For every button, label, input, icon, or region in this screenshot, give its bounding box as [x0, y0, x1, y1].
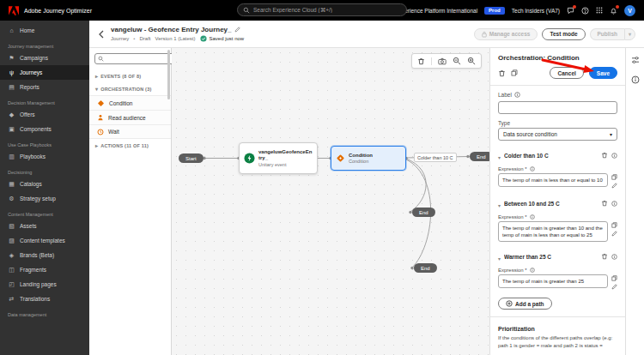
help-icon[interactable]	[581, 7, 589, 15]
sidebar-section-decisioning: Decisioning	[0, 164, 89, 177]
delete-path-icon[interactable]	[601, 152, 608, 159]
edit-expression-icon[interactable]	[611, 284, 617, 290]
save-button[interactable]: Save	[589, 67, 617, 79]
palette-search-field[interactable]	[106, 57, 173, 62]
alerts-rail-icon[interactable]	[631, 75, 640, 84]
sidebar-section-use-case-playbooks: Use Case Playbooks	[0, 136, 89, 149]
copy-expression-icon[interactable]	[611, 275, 617, 281]
add-path-button[interactable]: Add a path	[498, 298, 552, 310]
properties-rail-icon[interactable]	[631, 56, 640, 64]
end-node-1: End	[470, 152, 489, 161]
wait-icon	[97, 129, 104, 135]
announcements-icon[interactable]	[567, 7, 574, 15]
translations-icon	[8, 296, 15, 303]
path-section-1: Colder than 10 C Expression * The temp o…	[498, 147, 617, 189]
sidebar-item-assets[interactable]: Assets	[0, 219, 89, 233]
sidebar-item-journeys[interactable]: Journeys	[0, 65, 89, 80]
publish-dropdown-button[interactable]	[624, 28, 635, 40]
sidebar-item-catalogs[interactable]: Catalogs	[0, 177, 89, 191]
sidebar-item-fragments[interactable]: Fragments	[0, 262, 89, 277]
unitary-event-icon	[244, 153, 255, 164]
sidebar-item-reports[interactable]: Reports	[0, 80, 89, 94]
expression-value[interactable]: The temp of main is greater than 25	[498, 274, 608, 288]
back-button[interactable]	[98, 30, 105, 39]
zoom-in-icon[interactable]	[467, 57, 476, 65]
label-input[interactable]	[498, 101, 617, 114]
avatar[interactable]: V	[624, 5, 635, 16]
delete-path-icon[interactable]	[601, 200, 608, 207]
env-badge[interactable]: Prod	[484, 7, 505, 15]
palette-search-input[interactable]	[94, 53, 176, 64]
sidebar-item-playbooks[interactable]: Playbooks	[0, 149, 89, 164]
expression-value[interactable]: The temp of main is greater than 10 and …	[498, 221, 608, 242]
chevron-down-icon[interactable]	[498, 249, 501, 264]
info-icon[interactable]	[514, 92, 520, 98]
adobe-logo-icon[interactable]	[9, 6, 19, 15]
sidebar-item-home[interactable]: Home	[0, 23, 89, 38]
event-node[interactable]: vangeluwGeofenceEntry_ Unitary event	[239, 142, 318, 174]
chevron-down-icon[interactable]	[498, 196, 501, 211]
chevron-down-icon	[610, 131, 612, 137]
sidebar-item-strategy-setup[interactable]: Strategy setup	[0, 191, 89, 206]
trash-icon[interactable]	[417, 57, 425, 65]
test-mode-button[interactable]: Test mode	[542, 28, 585, 40]
shell-search[interactable]	[237, 3, 407, 16]
app-title[interactable]: Adobe Journey Optimizer	[24, 8, 92, 14]
save-status: Saved just now	[200, 35, 245, 42]
sandbox-name[interactable]: Tech Insiders (VA7)	[512, 8, 560, 14]
org-switcher[interactable]: Experience Platform International	[395, 8, 477, 14]
sidebar-item-offers[interactable]: Offers	[0, 107, 89, 122]
delete-activity-icon[interactable]	[498, 69, 506, 77]
version-selector[interactable]: Version 1 (Latest)	[155, 36, 195, 41]
copy-expression-icon[interactable]	[611, 222, 617, 228]
camera-icon[interactable]	[438, 57, 447, 65]
palette-item-label: Condition	[109, 100, 132, 106]
edit-expression-icon[interactable]	[611, 231, 617, 237]
publish-button[interactable]: Publish	[590, 28, 624, 40]
condition-node-selected[interactable]: Condition Condition	[331, 146, 406, 171]
journey-canvas[interactable]: Start vangeluwGeofenceEntry_ Unitary eve…	[172, 48, 489, 355]
sidebar-item-label: Home	[20, 27, 34, 33]
info-icon[interactable]	[530, 214, 535, 220]
sidebar-item-content-templates[interactable]: Content templates	[0, 233, 89, 248]
copy-activity-icon[interactable]	[511, 69, 518, 76]
prioritization-title: Prioritization	[498, 326, 617, 332]
info-icon[interactable]	[530, 268, 535, 273]
delete-path-icon[interactable]	[601, 253, 608, 260]
notifications-bell-icon[interactable]	[610, 7, 617, 15]
chevron-down-icon	[95, 86, 98, 92]
zoom-out-icon[interactable]	[453, 57, 461, 65]
journey-title: vangeluw - Geofence Entry Journey_	[111, 26, 231, 33]
palette-section-actions[interactable]: ACTIONS (11 OF 11)	[89, 139, 171, 152]
palette-item-wait[interactable]: Wait	[89, 124, 171, 139]
palette-item-condition[interactable]: Condition	[89, 95, 171, 110]
info-icon[interactable]	[530, 166, 535, 171]
copy-expression-icon[interactable]	[611, 174, 617, 180]
chevron-down-icon[interactable]	[498, 147, 501, 163]
edit-expression-icon[interactable]	[611, 183, 617, 189]
sidebar-item-brands[interactable]: Brands (Beta)	[0, 248, 89, 262]
expression-value[interactable]: The temp of main is less than or equal t…	[498, 173, 608, 187]
palette-section-orchestration[interactable]: ORCHESTRATION (3)	[89, 82, 171, 95]
palette-section-events[interactable]: EVENTS (8 OF 8)	[89, 69, 171, 82]
path-info-icon[interactable]	[611, 153, 617, 159]
sidebar-item-landing-pages[interactable]: Landing pages	[0, 277, 89, 292]
cancel-button[interactable]: Cancel	[550, 67, 583, 79]
type-select[interactable]: Data source condition	[498, 128, 617, 141]
apps-icon[interactable]	[596, 7, 603, 14]
expression-label: Expression *	[498, 214, 527, 220]
palette-scrollbar[interactable]	[167, 50, 170, 99]
edit-title-icon[interactable]	[234, 27, 240, 33]
sidebar-item-campaigns[interactable]: Campaigns	[0, 51, 89, 65]
manage-access-button[interactable]: Manage access	[474, 28, 538, 40]
sidebar-item-components[interactable]: Components	[0, 122, 89, 136]
check-circle-icon	[200, 35, 207, 42]
path-info-icon[interactable]	[611, 201, 617, 207]
sidebar-item-translations[interactable]: Translations	[0, 292, 89, 306]
palette-item-read-audience[interactable]: Read audience	[89, 110, 171, 124]
start-node: Start	[179, 153, 204, 163]
path-info-icon[interactable]	[611, 254, 617, 260]
end-node-3: End	[414, 263, 437, 273]
branch-label[interactable]: Colder than 10 C	[414, 153, 457, 162]
shell-search-input[interactable]	[253, 7, 401, 13]
